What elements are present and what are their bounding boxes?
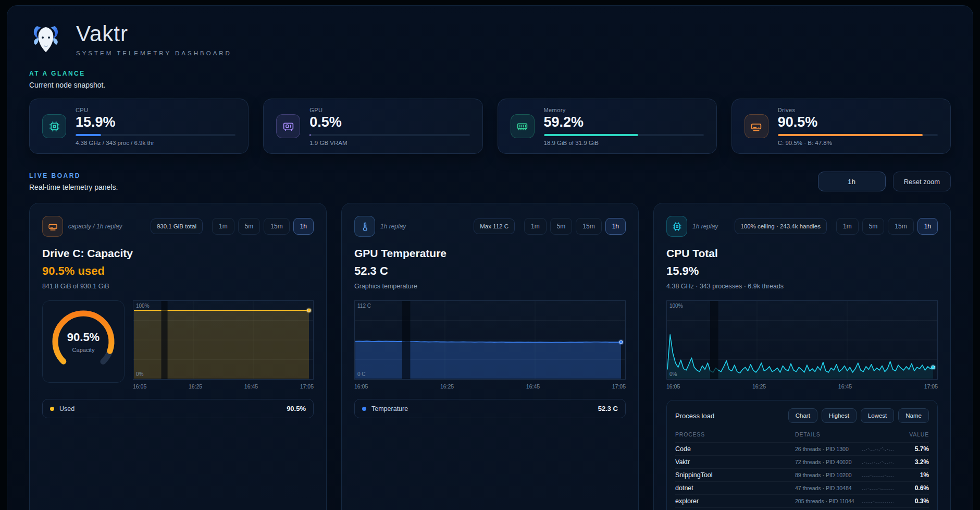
range-5m[interactable]: 5m: [550, 218, 573, 235]
panel-title: CPU Total: [666, 247, 938, 260]
panel-gpu-temperature: 1h replay Max 112 C 1m5m15m1h GPU Temper…: [341, 203, 639, 510]
process-name: Vaktr: [675, 458, 795, 466]
range-1h[interactable]: 1h: [605, 218, 626, 235]
legend-value: 90.5%: [287, 405, 306, 412]
stat-card-memory: Memory59.2%18.9 GiB of 31.9 GiB: [498, 99, 717, 154]
range-1m[interactable]: 1m: [524, 218, 547, 235]
panel-subtitle: 4.38 GHz · 343 processes · 6.9k threads: [666, 283, 938, 290]
range-1m[interactable]: 1m: [212, 218, 234, 235]
panel-tag: 1h replay: [692, 223, 718, 230]
process-load-title: Process load: [675, 412, 714, 420]
panel-cpu-total: 1h replay 100% ceiling · 243.4k handles …: [653, 203, 951, 510]
process-row[interactable]: explorer205 threads · PID 110440.3%: [675, 494, 929, 507]
y-axis-max: 112 C: [357, 303, 371, 309]
panel-title: Drive C: Capacity: [42, 247, 314, 260]
process-value: 0.6%: [901, 484, 929, 492]
process-sort-lowest[interactable]: Lowest: [861, 408, 894, 423]
panel-header: 1h replay Max 112 C 1m5m15m1h: [354, 216, 626, 237]
panel-tag: capacity / 1h replay: [68, 223, 122, 230]
memory-icon: [511, 114, 535, 138]
process-sort-buttons: ChartHighestLowestName: [788, 408, 929, 423]
process-sparkline: [861, 445, 901, 453]
process-details: 26 threads · PID 1300: [795, 446, 861, 452]
panel-value: 90.5% used: [42, 264, 314, 278]
y-axis-max: 100%: [669, 303, 683, 309]
app-subtitle: SYSTEM TELEMETRY DASHBOARD: [76, 50, 232, 56]
gauge-value: 90.5%: [67, 331, 100, 344]
reset-zoom-button[interactable]: Reset zoom: [893, 172, 951, 191]
panel-subtitle: 841.8 GiB of 930.1 GiB: [42, 283, 314, 290]
panel-tag: 1h replay: [380, 223, 406, 230]
process-name: Code: [675, 445, 795, 453]
range-5m[interactable]: 5m: [862, 218, 885, 235]
capacity-gauge: 90.5% Capacity: [42, 300, 125, 383]
range-selector: 1m5m15m1h: [836, 218, 938, 235]
range-5m[interactable]: 5m: [238, 218, 260, 235]
process-row[interactable]: Vaktr72 threads · PID 400203.2%: [675, 455, 929, 468]
stat-detail: C: 90.5% · B: 47.8%: [778, 140, 938, 146]
range-1h[interactable]: 1h: [917, 218, 938, 235]
panel-badge: Max 112 C: [474, 218, 515, 234]
live-board-description: Real-time telemetry panels.: [29, 183, 118, 191]
panel-badge: 930.1 GiB total: [151, 218, 203, 234]
cpu-total-chart[interactable]: 100% 0%: [666, 300, 938, 380]
stat-label: Drives: [778, 107, 938, 113]
drive-icon: [745, 114, 768, 138]
stat-progress-bar: [309, 134, 469, 136]
process-value: 5.7%: [901, 445, 929, 453]
drive-body: 90.5% Capacity 100% 0% 16:0516:2516:4517…: [42, 300, 314, 390]
process-sort-chart[interactable]: Chart: [788, 408, 817, 423]
x-tick: 16:05: [354, 383, 368, 390]
process-row[interactable]: Razer Synapse Service Process30 threads …: [675, 507, 929, 510]
chart-wrap: 100% 0% 16:0516:2516:4517:05: [133, 300, 314, 390]
at-a-glance-section: AT A GLANCE Current node snapshot. CPU15…: [29, 70, 951, 154]
range-1h[interactable]: 1h: [293, 218, 314, 235]
panel-title: GPU Temperature: [354, 247, 626, 260]
global-range-button[interactable]: 1h: [818, 172, 886, 191]
panel-badge: 100% ceiling · 243.4k handles: [735, 218, 827, 234]
process-sort-highest[interactable]: Highest: [822, 408, 857, 423]
glance-description: Current node snapshot.: [29, 81, 951, 89]
process-details: 72 threads · PID 40020: [795, 459, 861, 465]
process-row[interactable]: dotnet47 threads · PID 304840.6%: [675, 481, 929, 494]
x-tick: 16:25: [752, 383, 766, 390]
x-tick: 16:05: [666, 383, 680, 390]
y-axis-max: 100%: [136, 303, 150, 309]
panel-header: 1h replay 100% ceiling · 243.4k handles …: [666, 216, 938, 237]
stat-card-grid: CPU15.9%4.38 GHz / 343 proc / 6.9k thrGP…: [29, 99, 951, 154]
gpu-temperature-chart[interactable]: 112 C 0 C: [354, 300, 626, 380]
range-15m[interactable]: 15m: [264, 218, 289, 235]
stat-value: 15.9%: [76, 114, 235, 130]
process-sparkline: [861, 471, 901, 479]
panel-header: capacity / 1h replay 930.1 GiB total 1m5…: [42, 216, 314, 237]
process-row[interactable]: SnippingTool89 threads · PID 102001%: [675, 468, 929, 481]
app-header: Vaktr SYSTEM TELEMETRY DASHBOARD: [29, 21, 951, 56]
drive-capacity-chart[interactable]: 100% 0%: [133, 300, 314, 380]
panel-drive-capacity: capacity / 1h replay 930.1 GiB total 1m5…: [29, 203, 327, 510]
stat-detail: 1.9 GB VRAM: [309, 140, 469, 146]
panel-grid: capacity / 1h replay 930.1 GiB total 1m5…: [29, 203, 951, 510]
x-axis: 16:0516:2516:4517:05: [354, 383, 626, 390]
y-axis-min: 0%: [136, 371, 143, 377]
legend-label: Used: [59, 405, 281, 412]
panel-value: 52.3 C: [354, 264, 626, 278]
process-sparkline: [861, 458, 901, 466]
y-axis-min: 0%: [669, 371, 677, 377]
chart-wrap: 100% 0% 16:0516:2516:4517:05: [666, 300, 938, 390]
process-row[interactable]: Code26 threads · PID 13005.7%: [675, 442, 929, 455]
stat-progress-bar: [778, 134, 938, 136]
process-load-header: Process load ChartHighestLowestName: [675, 408, 929, 423]
stat-card-drives: Drives90.5%C: 90.5% · B: 47.8%: [731, 99, 951, 154]
range-1m[interactable]: 1m: [836, 218, 859, 235]
chart-svg: [667, 301, 937, 379]
range-15m[interactable]: 15m: [888, 218, 913, 235]
drive-icon: [42, 216, 63, 237]
process-details: 89 threads · PID 10200: [795, 472, 861, 478]
x-tick: 16:05: [133, 383, 146, 390]
range-15m[interactable]: 15m: [576, 218, 601, 235]
process-sort-name[interactable]: Name: [898, 408, 929, 423]
stat-value: 0.5%: [309, 114, 469, 130]
process-name: explorer: [675, 497, 795, 505]
gauge-label: Capacity: [72, 347, 95, 353]
legend-value: 52.3 C: [598, 405, 618, 412]
